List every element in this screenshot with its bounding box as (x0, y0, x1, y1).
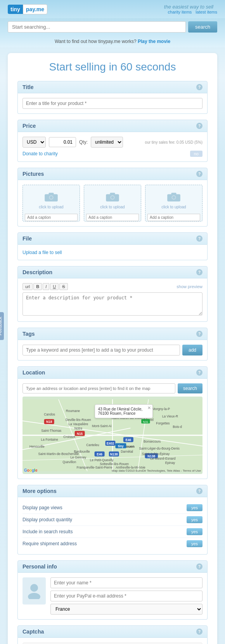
picture-slot-3[interactable]: click to upload (145, 185, 202, 222)
title-help-icon[interactable]: ? (196, 84, 202, 90)
file-section: File ? Upload a file to sell (17, 232, 208, 260)
qty-select[interactable]: unlimited (91, 137, 123, 148)
svg-point-10 (172, 196, 175, 199)
map-popup: ✕ 43 Rue de l'Amiral Cécile, 76100 Rouen… (95, 404, 153, 418)
svg-rect-11 (171, 193, 176, 195)
picture-slot-1[interactable]: click to upload (22, 185, 80, 222)
svg-text:Morgny-la-P: Morgny-la-P (152, 407, 170, 411)
location-search-button[interactable]: search (178, 383, 202, 393)
charity-items-link[interactable]: charity items (168, 10, 192, 14)
svg-point-70 (30, 584, 38, 592)
upload-file-link[interactable]: Upload a file to sell (22, 250, 62, 255)
svg-text:Croisset: Croisset (63, 435, 75, 439)
info-text: Want to find out how tinypay.me works? (55, 39, 137, 44)
logo-payme: pay.me (23, 4, 47, 14)
desc-bold-btn[interactable]: B (33, 283, 42, 290)
donate-charity-link[interactable]: Donate to charity (22, 151, 58, 156)
country-select[interactable]: France United States United Kingdom Germ… (50, 604, 202, 615)
desc-strike-btn[interactable]: S (59, 283, 68, 290)
svg-text:E46: E46 (97, 452, 102, 456)
svg-rect-7 (110, 193, 115, 195)
pictures-help-icon[interactable]: ? (196, 171, 202, 177)
personal-info-section-body: France United States United Kingdom Germ… (17, 573, 208, 620)
pictures-section: Pictures ? click to up (17, 168, 208, 227)
search-input[interactable] (8, 21, 186, 33)
preview-btn[interactable]: show preview (177, 284, 202, 289)
map-attribution: Map data ©2010 EuroDir Technologies, Tel… (112, 469, 201, 472)
title-section: Title ? (17, 81, 208, 114)
svg-text:La Fontaine: La Fontaine (41, 438, 58, 441)
description-help-icon[interactable]: ? (196, 269, 202, 275)
logo[interactable]: tinypay.me (8, 4, 47, 14)
desc-toolbar: url B I U S show preview (22, 283, 202, 290)
tags-help-icon[interactable]: ? (196, 331, 202, 337)
svg-text:N18: N18 (46, 420, 52, 424)
desc-underline-btn[interactable]: U (50, 283, 59, 290)
upload-label-2: click to upload (100, 205, 125, 209)
personal-info-help-icon[interactable]: ? (196, 563, 202, 570)
svg-text:Forgettes: Forgettes (156, 421, 170, 425)
caption-input-2[interactable] (86, 214, 139, 221)
avatar-svg (27, 583, 41, 599)
location-help-icon[interactable]: ? (196, 369, 202, 376)
play-movie-link[interactable]: Play the movie (138, 39, 170, 44)
captcha-section-body: pianist On (17, 638, 208, 644)
tags-row: add (22, 345, 202, 355)
option-toggle-4[interactable]: yes (187, 540, 202, 547)
camera-icon-1 (43, 191, 59, 203)
pictures-grid: click to upload click to uplo (22, 185, 202, 222)
svg-text:La Vaupalière: La Vaupalière (68, 422, 88, 426)
title-section-header: Title ? (17, 81, 208, 93)
more-options-help-icon[interactable]: ? (196, 488, 202, 494)
svg-text:Bois-d: Bois-d (173, 425, 182, 429)
svg-text:Roumane: Roumane (66, 409, 80, 413)
svg-point-71 (28, 593, 40, 599)
camera-icon-2 (105, 191, 120, 203)
description-textarea[interactable] (22, 292, 202, 316)
option-toggle-3[interactable]: yes (187, 528, 202, 535)
tags-section-header: Tags ? (17, 328, 208, 340)
description-section-label: Description (22, 269, 52, 275)
tags-input[interactable] (22, 345, 180, 355)
logo-tiny: tiny (8, 5, 23, 14)
desc-italic-btn[interactable]: I (43, 283, 49, 290)
option-toggle-1[interactable]: yes (187, 504, 202, 511)
map-close-icon[interactable]: ✕ (147, 405, 151, 410)
file-section-header: File ? (17, 232, 208, 245)
price-section: Price ? USD Qty: unlimited our tiny sale… (17, 120, 208, 162)
currency-select[interactable]: USD (22, 137, 46, 148)
svg-text:Henouville: Henouville (29, 445, 45, 448)
desc-url-btn[interactable]: url (22, 283, 33, 290)
upload-label-3: click to upload (161, 205, 186, 209)
option-toggle-2[interactable]: yes (187, 516, 202, 523)
price-amount-input[interactable] (49, 137, 76, 147)
caption-input-3[interactable] (147, 214, 200, 221)
file-help-icon[interactable]: ? (196, 235, 202, 242)
file-section-label: File (22, 235, 32, 242)
svg-text:Deville-lès-Rouen: Deville-lès-Rouen (66, 418, 91, 422)
svg-text:Canteleu: Canteleu (86, 443, 99, 447)
tags-add-button[interactable]: add (182, 345, 202, 355)
tags-section-label: Tags (22, 331, 35, 337)
captcha-help-icon[interactable]: ? (196, 629, 202, 635)
main-title: Start selling in 60 seconds (17, 61, 208, 73)
email-input[interactable] (50, 591, 202, 601)
captcha-section-label: Captcha (22, 629, 44, 635)
feedback-tab[interactable]: Feedback (0, 312, 4, 340)
picture-slot-2[interactable]: click to upload (84, 185, 141, 222)
name-input[interactable] (50, 577, 202, 588)
search-button[interactable]: search (188, 21, 217, 33)
personal-fields: France United States United Kingdom Germ… (50, 577, 202, 615)
latest-items-link[interactable]: latest items (196, 10, 217, 14)
svg-text:E402: E402 (107, 441, 114, 445)
price-section-header: Price ? (17, 120, 208, 132)
caption-input-1[interactable] (25, 214, 78, 221)
header-links: charity items latest items (47, 10, 217, 14)
more-options-section: More options ? Display page views yes Di… (17, 485, 208, 555)
header-tagline: the easiest way to sell (47, 4, 213, 10)
title-input[interactable] (22, 98, 202, 109)
qty-label: Qty: (79, 139, 88, 145)
price-help-icon[interactable]: ? (196, 123, 202, 129)
location-input[interactable] (22, 383, 175, 393)
donate-toggle[interactable]: no (190, 151, 202, 157)
